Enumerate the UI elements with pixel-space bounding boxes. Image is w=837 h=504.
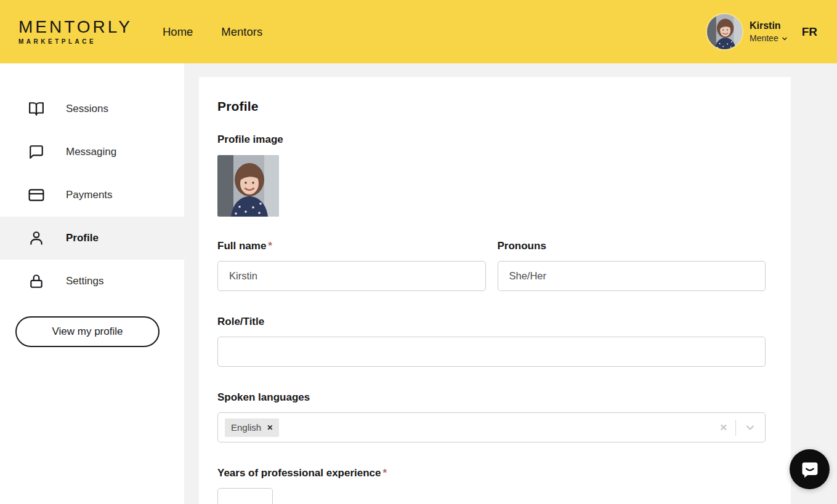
sidebar: Sessions Messaging Payments Profile Sett…: [0, 63, 184, 504]
sidebar-item-label: Messaging: [66, 146, 116, 158]
sidebar-item-settings[interactable]: Settings: [0, 260, 184, 303]
sidebar-item-profile[interactable]: Profile: [0, 217, 184, 260]
view-my-profile-button[interactable]: View my profile: [15, 316, 160, 347]
pronouns-label: Pronouns: [498, 239, 766, 253]
spoken-languages-label: Spoken languages: [217, 391, 766, 404]
sidebar-item-messaging[interactable]: Messaging: [0, 130, 184, 174]
logo-title: MENTORLY: [18, 18, 145, 36]
lock-icon: [28, 273, 44, 289]
language-tag-english: English ✕: [225, 418, 279, 437]
remove-tag-icon[interactable]: ✕: [267, 424, 273, 431]
select-divider: [735, 420, 736, 436]
years-experience-label: Years of professional experience*: [217, 466, 766, 480]
spoken-languages-select[interactable]: English ✕ ✕: [217, 412, 766, 442]
sidebar-item-label: Payments: [66, 189, 113, 201]
sidebar-item-label: Sessions: [66, 103, 108, 115]
main-area: Profile Profile image Full name*: [184, 63, 837, 504]
mentorly-logo[interactable]: MENTORLY MARKETPLACE: [18, 18, 145, 45]
logo-subtitle: MARKETPLACE: [18, 38, 145, 45]
chevron-down-icon[interactable]: [744, 422, 756, 434]
sidebar-item-sessions[interactable]: Sessions: [0, 87, 184, 130]
user-avatar[interactable]: [707, 14, 742, 49]
role-title-label: Role/Title: [217, 315, 766, 329]
user-cluster: Kirstin Mentee FR: [707, 14, 817, 49]
sidebar-item-label: Settings: [66, 275, 103, 287]
person-icon: [28, 230, 44, 246]
language-toggle[interactable]: FR: [802, 25, 817, 39]
chat-smile-icon: [800, 460, 820, 479]
role-switcher-dropdown[interactable]: Mentee: [750, 33, 788, 43]
sidebar-item-payments[interactable]: Payments: [0, 174, 184, 217]
profile-form-card: Profile Profile image Full name*: [199, 77, 791, 504]
nav-home[interactable]: Home: [163, 25, 193, 39]
avatar-illustration: [707, 14, 742, 49]
profile-image[interactable]: [217, 155, 279, 217]
role-title-input[interactable]: [217, 337, 766, 367]
clear-all-icon[interactable]: ✕: [719, 422, 727, 433]
book-open-icon: [28, 101, 44, 117]
main-nav: Home Mentors: [163, 25, 262, 39]
full-name-label: Full name*: [217, 239, 486, 253]
language-tag-label: English: [231, 422, 261, 433]
profile-image-label: Profile image: [217, 133, 766, 146]
pronouns-input[interactable]: [498, 261, 766, 291]
user-name: Kirstin: [750, 20, 788, 31]
chat-launcher-button[interactable]: [790, 449, 830, 489]
required-marker: *: [383, 467, 387, 479]
user-meta: Kirstin Mentee: [750, 20, 788, 43]
years-experience-input[interactable]: [217, 488, 273, 504]
full-name-input[interactable]: [217, 261, 486, 291]
profile-photo-illustration: [217, 155, 279, 217]
sidebar-item-label: Profile: [66, 232, 99, 244]
nav-mentors[interactable]: Mentors: [221, 25, 262, 39]
chat-bubble-icon: [28, 144, 44, 160]
app-header: MENTORLY MARKETPLACE Home Mentors: [0, 0, 837, 63]
credit-card-icon: [28, 187, 44, 203]
chevron-down-icon: [781, 35, 788, 42]
select-controls: ✕: [719, 420, 756, 436]
required-marker: *: [268, 240, 272, 252]
page-title: Profile: [217, 99, 766, 114]
user-role-label: Mentee: [750, 33, 778, 43]
